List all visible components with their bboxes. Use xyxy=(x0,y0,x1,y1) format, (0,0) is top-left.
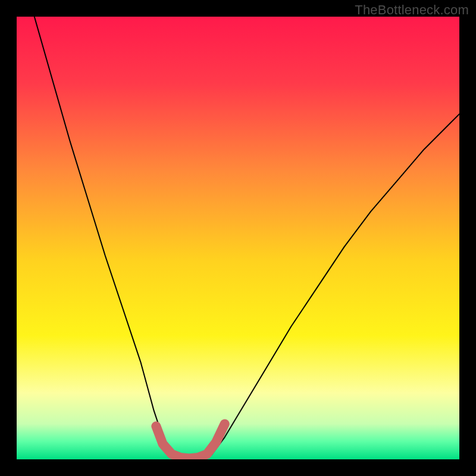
chart-frame: TheBottleneck.com xyxy=(0,0,476,476)
chart-plot-area xyxy=(17,17,459,459)
watermark-text: TheBottleneck.com xyxy=(355,2,469,18)
chart-svg xyxy=(17,17,459,459)
gradient-background xyxy=(17,17,459,459)
